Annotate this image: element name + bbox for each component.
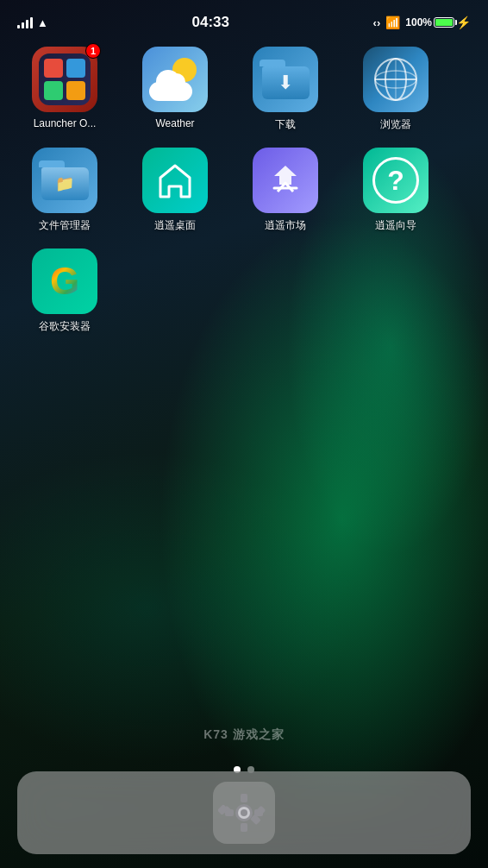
app-browser[interactable]: 浏览器 (348, 47, 443, 132)
dock-settings-icon[interactable] (213, 782, 275, 844)
filemanager-icon: 📁 (32, 148, 97, 213)
battery-indicator: 100% ⚡ (405, 16, 471, 29)
weather-label: Weather (155, 117, 194, 129)
svg-rect-9 (241, 794, 247, 802)
app-weather[interactable]: Weather (128, 47, 222, 132)
market-svg (264, 159, 307, 202)
home-svg (153, 159, 197, 202)
google-installer-label: 谷歌安装器 (39, 319, 91, 334)
app-row-2: 📁 文件管理器 逍遥桌面 (17, 148, 471, 233)
app-yiyao-guide[interactable]: ? 逍遥向导 (348, 148, 443, 233)
launcher-label: Launcher O... (34, 117, 97, 129)
browser-icon (363, 47, 429, 112)
globe-svg (372, 55, 420, 104)
svg-point-8 (241, 809, 247, 816)
status-bar: ▲ 04:33 ‹› 📶 100% ⚡ (0, 0, 488, 38)
yiyao-desktop-label: 逍遥桌面 (154, 218, 196, 233)
svg-marker-5 (160, 166, 190, 197)
battery-body (434, 17, 454, 28)
g-letter: G (50, 260, 79, 303)
carrier-icon: ▲ (37, 16, 48, 29)
signal-icon (17, 17, 33, 28)
app-yiyao-market[interactable]: 逍遥市场 (238, 148, 333, 233)
app-google-installer[interactable]: G 谷歌安装器 (17, 248, 112, 334)
yiyao-desktop-icon (142, 148, 208, 213)
status-right: ‹› 📶 100% ⚡ (373, 16, 471, 29)
yiyao-market-icon (253, 148, 318, 213)
google-installer-icon: G (32, 248, 97, 314)
bluetooth-icon: ‹› (373, 16, 381, 29)
settings-gear-svg (218, 787, 270, 839)
cloud-shape (149, 82, 192, 101)
app-yiyao-desktop[interactable]: 逍遥桌面 (128, 148, 222, 233)
watermark-text: K73 游戏之家 (203, 727, 285, 741)
downloads-label: 下载 (275, 117, 296, 132)
status-left: ▲ (17, 16, 48, 29)
watermark: K73 游戏之家 (203, 725, 285, 743)
app-filemanager[interactable]: 📁 文件管理器 (17, 148, 112, 233)
app-downloads[interactable]: ⬇ 下载 (238, 47, 333, 132)
wifi-icon: 📶 (385, 16, 400, 29)
downloads-icon: ⬇ (253, 47, 318, 112)
svg-rect-10 (241, 823, 247, 832)
yiyao-guide-icon: ? (363, 148, 429, 213)
app-row-3: G 谷歌安装器 (17, 248, 471, 334)
yiyao-market-label: 逍遥市场 (265, 218, 306, 233)
browser-label: 浏览器 (380, 117, 411, 132)
launcher-badge: 1 (85, 43, 101, 59)
app-launcher[interactable]: 1 Launcher O... (17, 47, 112, 132)
dock (17, 771, 471, 854)
app-row-1: 1 Launcher O... Weather (17, 47, 471, 132)
yiyao-guide-label: 逍遥向导 (375, 218, 416, 233)
app-grid: 1 Launcher O... Weather (0, 38, 488, 334)
battery-fill (435, 19, 453, 26)
filemanager-label: 文件管理器 (39, 218, 91, 233)
weather-icon (142, 47, 208, 112)
status-time: 04:33 (192, 14, 229, 31)
